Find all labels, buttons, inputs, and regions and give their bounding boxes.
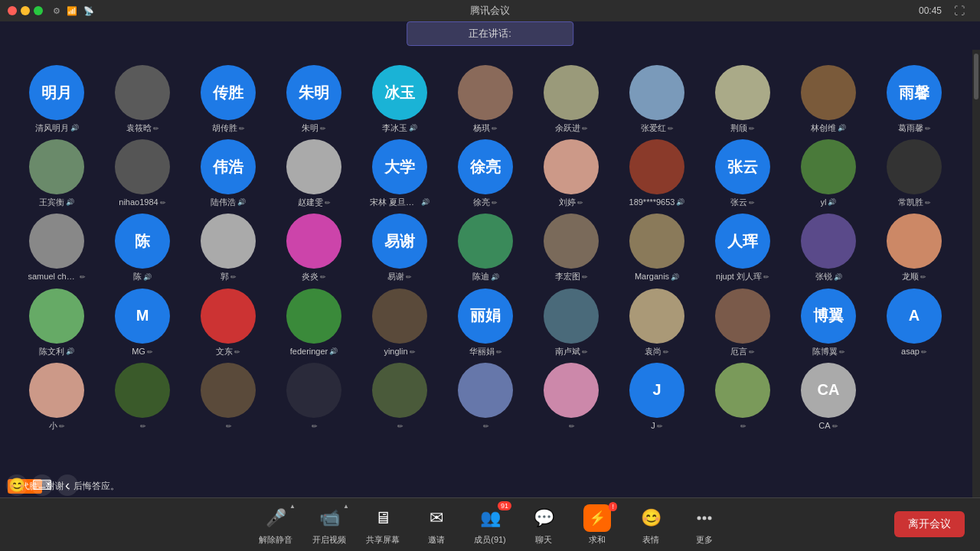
toolbar-btn-video[interactable]: 📹▲开启视频 — [310, 504, 348, 546]
list-item[interactable]: 陈文利 🔊 — [15, 289, 98, 357]
mic-icon: ✏ — [668, 123, 674, 133]
list-item[interactable]: ✏ — [530, 363, 612, 431]
toolbar-btn-chat[interactable]: 💬聊天 — [524, 504, 563, 546]
toolbar-btn-mute[interactable]: 🎤▲解除静音 — [256, 504, 295, 546]
list-item[interactable]: 徐亮徐亮 ✏ — [444, 139, 527, 207]
scrollbar-thumb[interactable] — [974, 54, 978, 99]
list-item[interactable]: 王宾衡 🔊 — [15, 139, 98, 207]
list-item[interactable]: ✏ — [101, 363, 184, 431]
list-item[interactable]: 大学宋林 夏旦大学 🔊 — [358, 139, 441, 207]
list-item[interactable]: CACA ✏ — [787, 363, 870, 431]
list-item[interactable]: ✏ — [444, 363, 527, 431]
list-item[interactable]: 张锐 🔊 — [787, 214, 870, 282]
mic-icon: ✏ — [320, 123, 326, 133]
mic-icon: ✏ — [582, 272, 588, 282]
minimize-dot[interactable] — [21, 6, 30, 15]
mic-icon: ✏ — [925, 123, 931, 133]
bottom-toolbar: 🎤▲解除静音📹▲开启视频🖥共享屏幕✉邀请👥91成员(91)💬聊天⚡!求和😊表情更… — [0, 497, 980, 551]
list-item[interactable]: 小 ✏ — [15, 363, 98, 431]
toolbar-btn-qa[interactable]: ⚡!求和 — [578, 504, 616, 546]
toolbar-btn-members[interactable]: 👥91成员(91) — [471, 504, 509, 546]
mic-icon: ✏ — [492, 197, 498, 207]
list-item[interactable]: 张云张云 ✏ — [701, 139, 784, 207]
list-item[interactable]: 189****9653 🔊 — [616, 139, 698, 207]
svg-point-0 — [697, 516, 701, 520]
list-item[interactable]: 人珲njupt 刘人珲 ✏ — [701, 214, 784, 282]
list-item[interactable]: ✏ — [358, 363, 441, 431]
toolbar-btn-more[interactable]: 更多 — [685, 504, 724, 546]
mic-icon: ✏ — [582, 347, 588, 357]
list-item[interactable]: 余跃进 ✏ — [530, 65, 612, 133]
list-item[interactable]: 伟浩陆伟浩 🔊 — [187, 139, 270, 207]
list-item[interactable]: 林创维 🔊 — [787, 65, 870, 133]
list-item[interactable]: 刘婷 ✏ — [530, 139, 612, 207]
list-item[interactable]: 博翼陈博翼 ✏ — [787, 289, 870, 357]
close-dot[interactable] — [8, 6, 17, 15]
toolbar-btn-emoji[interactable]: 😊表情 — [632, 504, 670, 546]
mic-icon: ✏ — [140, 421, 146, 431]
list-item[interactable]: 雨馨葛雨馨 ✏ — [873, 65, 956, 133]
list-item[interactable]: MMG ✏ — [101, 289, 184, 357]
list-item[interactable]: 朱明朱明 ✏ — [273, 65, 355, 133]
list-item[interactable]: ✏ — [187, 363, 270, 431]
toolbar-btn-share[interactable]: 🖥共享屏幕 — [364, 504, 402, 546]
list-item[interactable]: federinger 🔊 — [273, 289, 355, 357]
list-item[interactable]: 张爱红 ✏ — [616, 65, 698, 133]
list-item[interactable]: JJ ✏ — [616, 363, 698, 431]
mic-icon: ✏ — [410, 347, 416, 357]
participants-area[interactable]: 明月清风明月 🔊袁筱晗 ✏传胜胡传胜 ✏朱明朱明 ✏冰玉李冰玉 🔊杨琪 ✏余跃进… — [0, 50, 971, 497]
list-item[interactable]: 南卢斌 ✏ — [530, 289, 612, 357]
list-item[interactable]: 袁尚 ✏ — [616, 289, 698, 357]
list-item[interactable]: 荆颀 ✏ — [701, 65, 784, 133]
mic-icon: ✏ — [569, 421, 575, 431]
emoji-icon: 😊 — [637, 504, 665, 532]
list-item[interactable]: Marganis 🔊 — [616, 214, 698, 282]
list-item[interactable]: 李宏图 ✏ — [530, 214, 612, 282]
list-item[interactable]: 赵建雯 ✏ — [273, 139, 355, 207]
invite-icon: ✉ — [423, 504, 450, 532]
members-label: 成员(91) — [474, 534, 506, 546]
list-item[interactable]: yinglin ✏ — [358, 289, 441, 357]
expand-arrow: ▲ — [343, 503, 349, 510]
mic-icon: ✏ — [839, 347, 845, 357]
mic-icon: 🔊 — [70, 124, 79, 132]
list-item[interactable]: 炎炎 ✏ — [273, 214, 355, 282]
list-item[interactable]: 丽娟华丽娟 ✏ — [444, 289, 527, 357]
list-item[interactable]: 冰玉李冰玉 🔊 — [358, 65, 441, 133]
list-item[interactable]: 陈陈 🔊 — [101, 214, 184, 282]
mic-icon: ✏ — [577, 197, 583, 207]
list-item[interactable]: ✏ — [273, 363, 355, 431]
list-item[interactable]: 常凯胜 ✏ — [873, 139, 956, 207]
list-item[interactable]: 郭 ✏ — [187, 214, 270, 282]
traffic-lights: ⚙ 📶 📡 — [8, 6, 94, 16]
list-item[interactable]: nihao1984 ✏ — [101, 139, 184, 207]
resize-icon[interactable]: ⛶ — [954, 5, 965, 17]
mic-icon: ✏ — [234, 347, 240, 357]
mic-icon: ✏ — [147, 347, 153, 357]
scrollbar-track[interactable] — [972, 50, 980, 497]
list-item[interactable]: 杨琪 ✏ — [444, 65, 527, 133]
mic-icon: ✏ — [925, 197, 931, 207]
list-item[interactable]: 易谢易谢 ✏ — [358, 214, 441, 282]
maximize-dot[interactable] — [34, 6, 43, 15]
collapse-button[interactable]: ‹ — [57, 474, 78, 496]
leave-button[interactable]: 离开会议 — [894, 511, 965, 537]
list-item[interactable]: yl 🔊 — [787, 139, 870, 207]
participants-grid: 明月清风明月 🔊袁筱晗 ✏传胜胡传胜 ✏朱明朱明 ✏冰玉李冰玉 🔊杨琪 ✏余跃进… — [15, 57, 956, 439]
emoji-button[interactable]: 😊 — [6, 474, 28, 496]
list-item[interactable]: 厄言 ✏ — [701, 289, 784, 357]
list-item[interactable]: 袁筱晗 ✏ — [101, 65, 184, 133]
mic-icon: ✏ — [492, 123, 498, 133]
chat-icon: 💬 — [530, 504, 557, 532]
list-item[interactable]: ✏ — [701, 363, 784, 431]
list-item[interactable]: Aasap ✏ — [873, 289, 956, 357]
toolbar-btn-invite[interactable]: ✉邀请 — [417, 504, 456, 546]
share-icon: 🖥 — [369, 504, 397, 532]
list-item[interactable]: 文东 ✏ — [187, 289, 270, 357]
list-item[interactable]: 陈迪 🔊 — [444, 214, 527, 282]
keyboard-button[interactable]: ⌨ — [31, 474, 53, 496]
list-item[interactable]: 明月清风明月 🔊 — [15, 65, 98, 133]
list-item[interactable]: 传胜胡传胜 ✏ — [187, 65, 270, 133]
list-item[interactable]: samuel chen 陈... ✏ — [15, 214, 98, 282]
list-item[interactable]: 龙顺 ✏ — [873, 214, 956, 282]
